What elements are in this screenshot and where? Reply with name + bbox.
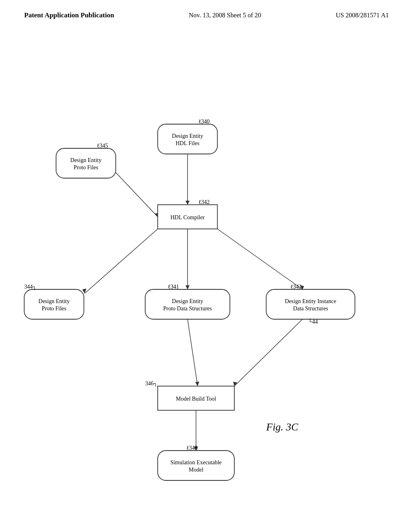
svg-text:ℓ340: ℓ340 [198, 118, 210, 125]
svg-rect-16 [56, 148, 116, 178]
svg-text:ℓ341: ℓ341 [168, 284, 179, 290]
svg-text:ℓ343: ℓ343 [290, 284, 302, 290]
svg-marker-1 [186, 201, 190, 205]
svg-line-12 [234, 319, 302, 386]
svg-rect-19 [158, 124, 217, 154]
svg-text:Fig. 3C: Fig. 3C [266, 421, 298, 433]
svg-line-4 [85, 229, 158, 293]
diagram-area: Design Entity Proto Files Design Entity … [0, 23, 413, 515]
svg-text:ℓ348: ℓ348 [186, 445, 198, 451]
svg-text:Design Entity: Design Entity [172, 133, 203, 139]
svg-text:Proto Files: Proto Files [73, 164, 98, 170]
svg-line-2 [116, 172, 158, 217]
svg-text:HDL Compiler: HDL Compiler [171, 214, 205, 220]
header-right: US 2008/281571 A1 [336, 12, 389, 19]
svg-text:ℓ345: ℓ345 [97, 143, 108, 149]
header-left: Patent Application Publication [24, 11, 114, 19]
svg-rect-27 [145, 289, 230, 319]
svg-text:346┐: 346┐ [145, 380, 158, 387]
svg-text:Design Entity: Design Entity [38, 298, 69, 304]
svg-text:Simulation Executable: Simulation Executable [170, 459, 221, 466]
svg-text:Data Structures: Data Structures [293, 305, 328, 312]
svg-marker-7 [186, 285, 190, 289]
svg-text:Model Build Tool: Model Build Tool [176, 396, 216, 402]
svg-text:Proto Files: Proto Files [42, 305, 66, 312]
svg-rect-35 [158, 451, 234, 480]
svg-text:Design Entity: Design Entity [70, 157, 101, 163]
svg-text:ℓ342: ℓ342 [198, 199, 210, 205]
svg-text:HDL Files: HDL Files [176, 140, 200, 146]
page-header: Patent Application Publication Nov. 13, … [0, 0, 413, 19]
svg-line-10 [188, 319, 198, 386]
diagram-svg: Design Entity Proto Files Design Entity … [0, 23, 413, 515]
svg-line-8 [217, 229, 302, 289]
header-center: Nov. 13, 2008 Sheet 5 of 20 [189, 12, 261, 19]
svg-text:Proto Data Structures: Proto Data Structures [163, 305, 212, 312]
svg-text:344┐: 344┐ [24, 284, 37, 291]
svg-text:Design Entity: Design Entity [172, 298, 203, 304]
svg-rect-30 [266, 289, 355, 319]
svg-rect-24 [24, 289, 84, 319]
svg-text:Model: Model [189, 467, 204, 473]
svg-text:Design Entity Instance: Design Entity Instance [285, 298, 336, 304]
svg-text:└44: └44 [308, 318, 318, 325]
